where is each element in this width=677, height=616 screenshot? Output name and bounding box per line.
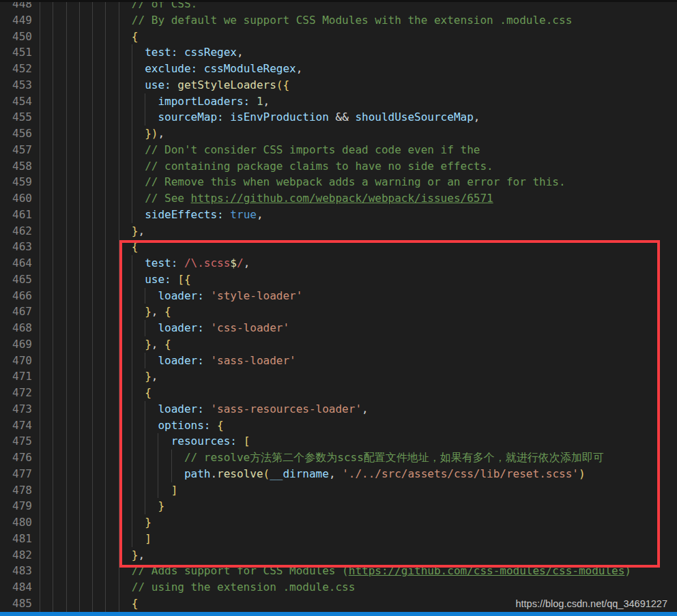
code-line[interactable]: 470 loader: 'sass-loader' xyxy=(0,353,677,369)
code-token: , xyxy=(244,256,250,269)
code-line[interactable]: 477 path.resolve(__dirname, './../src/as… xyxy=(0,466,677,482)
code-token: sourceMap: xyxy=(158,111,230,123)
comment-link[interactable]: https://github.com/webpack/webpack/issue… xyxy=(191,192,493,205)
line-number[interactable]: 469 xyxy=(0,336,32,353)
code-line[interactable]: 467 }, { xyxy=(0,304,677,320)
code-token: , xyxy=(139,548,145,561)
code-line[interactable]: 480 } xyxy=(0,514,677,531)
line-number[interactable]: 468 xyxy=(0,320,32,336)
line-number[interactable]: 474 xyxy=(0,417,32,434)
line-number[interactable]: 455 xyxy=(0,109,32,126)
line-number[interactable]: 466 xyxy=(0,288,32,304)
code-line[interactable]: 456 }), xyxy=(0,126,677,142)
line-number[interactable]: 485 xyxy=(0,596,32,612)
code-line[interactable]: 466 loader: 'style-loader' xyxy=(0,288,677,304)
code-line[interactable]: 452 exclude: cssModuleRegex, xyxy=(0,61,677,77)
code-token: , xyxy=(257,208,263,221)
line-number[interactable]: 471 xyxy=(0,368,32,385)
line-number[interactable]: 481 xyxy=(0,531,32,547)
line-number[interactable]: 478 xyxy=(0,482,32,499)
code-token: // See xyxy=(145,192,190,205)
code-line[interactable]: 451 test: cssRegex, xyxy=(0,44,677,61)
code-line[interactable]: 465 use: [{ xyxy=(0,272,677,288)
code-line[interactable]: 483 // Adds support for CSS Modules (htt… xyxy=(0,563,677,579)
code-line[interactable]: 468 loader: 'css-loader' xyxy=(0,320,677,336)
code-text: }, xyxy=(40,223,145,239)
code-line[interactable]: 472 { xyxy=(0,385,677,401)
code-line[interactable]: 461 sideEffects: true, xyxy=(0,207,677,223)
code-line[interactable]: 458 // containing package claims to have… xyxy=(0,158,677,175)
code-token: { xyxy=(164,305,171,318)
code-line[interactable]: 459 // Remove this when webpack adds a w… xyxy=(0,174,677,190)
line-number[interactable]: 453 xyxy=(0,77,32,93)
line-number[interactable]: 460 xyxy=(0,190,32,207)
line-number[interactable]: 483 xyxy=(0,563,32,579)
line-number[interactable]: 477 xyxy=(0,466,32,482)
line-number[interactable]: 450 xyxy=(0,29,32,45)
line-number[interactable]: 467 xyxy=(0,304,32,320)
line-number[interactable]: 454 xyxy=(0,93,32,110)
line-number[interactable]: 476 xyxy=(0,450,32,466)
code-line[interactable]: 460 // See https://github.com/webpack/we… xyxy=(0,190,677,207)
line-number[interactable]: 456 xyxy=(0,126,32,142)
code-token: , xyxy=(152,305,164,318)
line-number[interactable]: 484 xyxy=(0,579,32,596)
code-token: cssRegex xyxy=(184,46,237,59)
code-line[interactable]: 455 sourceMap: isEnvProduction && should… xyxy=(0,109,677,126)
code-token: ) xyxy=(624,564,631,577)
code-token: sideEffects: xyxy=(145,208,230,221)
line-number[interactable]: 458 xyxy=(0,158,32,175)
code-line[interactable]: 454 importLoaders: 1, xyxy=(0,93,677,110)
code-line[interactable]: 476 // resolve方法第二个参数为scss配置文件地址，如果有多个，就… xyxy=(0,450,677,466)
line-number[interactable]: 479 xyxy=(0,498,32,514)
code-line[interactable]: 473 loader: 'sass-resources-loader', xyxy=(0,401,677,417)
code-line[interactable]: 481 ] xyxy=(0,531,677,547)
code-line[interactable]: 482 }, xyxy=(0,547,677,563)
line-number[interactable]: 475 xyxy=(0,433,32,450)
line-number[interactable]: 462 xyxy=(0,223,32,239)
line-number[interactable]: 480 xyxy=(0,514,32,531)
code-line[interactable]: 453 use: getStyleLoaders({ xyxy=(0,77,677,93)
line-number[interactable]: 472 xyxy=(0,385,32,401)
code-token: , xyxy=(237,46,244,59)
code-line[interactable]: 464 test: /\.scss$/, xyxy=(0,255,677,272)
line-number[interactable]: 464 xyxy=(0,255,32,272)
code-line[interactable]: 475 resources: [ xyxy=(0,433,677,450)
code-token: ( xyxy=(263,467,270,480)
code-line[interactable]: 449 // By default we support CSS Modules… xyxy=(0,12,677,29)
line-number[interactable]: 465 xyxy=(0,272,32,288)
code-token: // Don't consider CSS imports dead code … xyxy=(145,143,480,156)
code-text: test: cssRegex, xyxy=(40,44,244,61)
code-line[interactable]: 463 { xyxy=(0,239,677,255)
line-number[interactable]: 463 xyxy=(0,239,32,255)
code-token: getStyleLoaders xyxy=(177,78,276,91)
code-line[interactable]: 471 }, xyxy=(0,368,677,385)
code-token: 'style-loader' xyxy=(210,289,302,302)
code-line[interactable]: 450 { xyxy=(0,29,677,45)
code-line[interactable]: 484 // using the extension .module.css xyxy=(0,579,677,596)
line-number[interactable]: 470 xyxy=(0,353,32,369)
code-token: ) xyxy=(579,467,586,480)
comment-link[interactable]: https://github.com/css-modules/css-modul… xyxy=(349,564,625,577)
code-text: // containing package claims to have no … xyxy=(40,158,493,175)
code-token: } xyxy=(145,370,152,383)
line-number[interactable]: 473 xyxy=(0,401,32,417)
code-line[interactable]: 478 ] xyxy=(0,482,677,499)
line-number[interactable]: 482 xyxy=(0,547,32,563)
line-number[interactable]: 452 xyxy=(0,61,32,77)
code-token: // Remove this when webpack adds a warni… xyxy=(145,175,566,188)
code-token: ({ xyxy=(276,78,289,91)
code-token: 1 xyxy=(257,95,263,108)
code-line[interactable]: 462 }, xyxy=(0,223,677,239)
code-token: / xyxy=(237,256,244,269)
line-number[interactable]: 459 xyxy=(0,174,32,190)
code-line[interactable]: 474 options: { xyxy=(0,417,677,434)
line-number[interactable]: 461 xyxy=(0,207,32,223)
code-line[interactable]: 469 }, { xyxy=(0,336,677,353)
line-number[interactable]: 457 xyxy=(0,142,32,158)
code-token: { xyxy=(217,419,224,432)
line-number[interactable]: 449 xyxy=(0,12,32,29)
code-line[interactable]: 457 // Don't consider CSS imports dead c… xyxy=(0,142,677,158)
code-line[interactable]: 479 } xyxy=(0,498,677,514)
line-number[interactable]: 451 xyxy=(0,44,32,61)
